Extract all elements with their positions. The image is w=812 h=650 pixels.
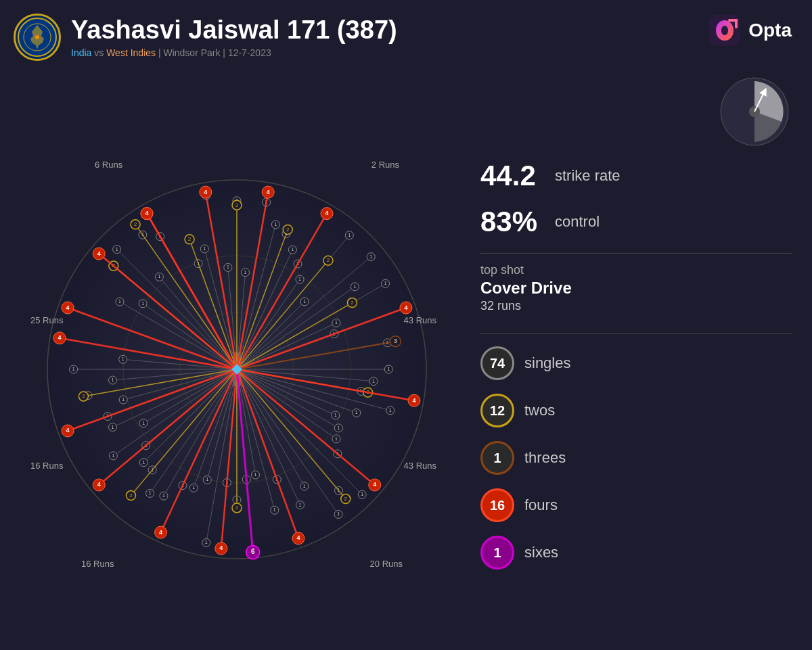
opta-icon — [708, 14, 742, 47]
header-text: Yashasvi Jaiswal 171 (387) India vs West… — [71, 16, 397, 58]
india-label: India — [71, 47, 91, 58]
control-label: control — [555, 213, 600, 231]
zone-43runs-right-bottom: 43 Runs — [404, 461, 436, 471]
sixes-label: sixes — [524, 544, 558, 561]
main-container: Yashasvi Jaiswal 171 (387) India vs West… — [0, 0, 812, 650]
twos-count: 12 — [490, 403, 505, 419]
sixes-badge: 1 — [480, 536, 514, 570]
zone-16runs-bottom: 16 Runs — [81, 559, 114, 569]
bcci-logo — [14, 14, 61, 61]
zone-2runs-top: 2 Runs — [371, 160, 399, 170]
threes-count: 1 — [493, 450, 501, 466]
wagon-canvas — [27, 119, 447, 593]
control-value: 83% — [480, 206, 555, 238]
player-title: Yashasvi Jaiswal 171 (387) — [71, 16, 397, 45]
fours-count: 16 — [490, 498, 505, 513]
fours-label: fours — [524, 496, 558, 514]
zone-16runs-left: 16 Runs — [30, 461, 63, 471]
stats-panel: 44.2 strike rate 83% control top shot Co… — [467, 68, 805, 643]
singles-badge: 74 — [480, 346, 514, 380]
threes-label: threes — [524, 449, 566, 467]
twos-row: 12 twos — [480, 394, 792, 427]
strike-rate-value: 44.2 — [480, 160, 555, 192]
zone-43runs-right: 43 Runs — [404, 315, 436, 325]
opta-label: Opta — [748, 20, 792, 41]
threes-badge: 1 — [480, 441, 514, 475]
fours-row: 16 fours — [480, 488, 792, 522]
compass-container — [480, 74, 792, 149]
control-row: 83% control — [480, 202, 792, 242]
zone-25runs: 25 Runs — [30, 315, 63, 325]
strike-rate-row: 44.2 strike rate — [480, 156, 792, 196]
divider-1 — [480, 253, 792, 254]
twos-badge: 12 — [480, 394, 514, 427]
divider-2 — [480, 333, 792, 334]
singles-row: 74 singles — [480, 346, 792, 380]
zone-6runs: 6 Runs — [95, 160, 122, 170]
venue-date: | Windsor Park | 12-7-2023 — [158, 47, 271, 58]
sixes-row: 1 sixes — [480, 536, 792, 570]
singles-label: singles — [524, 354, 570, 372]
content: 6 Runs 2 Runs 25 Runs 43 Runs 16 Runs 43… — [0, 68, 812, 650]
top-shot-section: top shot Cover Drive 32 runs — [480, 259, 792, 323]
threes-row: 1 threes — [480, 441, 792, 475]
strike-rate-label: strike rate — [555, 167, 621, 185]
sixes-count: 1 — [493, 545, 501, 561]
header: Yashasvi Jaiswal 171 (387) India vs West… — [0, 0, 812, 68]
svg-point-2 — [35, 35, 39, 39]
top-shot-name: Cover Drive — [480, 279, 572, 298]
opta-logo: Opta — [708, 14, 792, 47]
top-shot-intro: top shot — [480, 263, 524, 277]
match-info: India vs West Indies | Windsor Park | 12… — [71, 47, 397, 58]
header-left: Yashasvi Jaiswal 171 (387) India vs West… — [14, 14, 397, 61]
wi-label: West Indies — [106, 47, 156, 58]
wagon-wheel-container: 6 Runs 2 Runs 25 Runs 43 Runs 16 Runs 43… — [27, 119, 447, 593]
top-shot-runs: 32 runs — [480, 299, 521, 313]
fours-badge: 16 — [480, 488, 514, 522]
twos-label: twos — [524, 402, 555, 419]
compass-chart — [717, 74, 792, 149]
singles-count: 74 — [490, 356, 505, 371]
wagon-area: 6 Runs 2 Runs 25 Runs 43 Runs 16 Runs 43… — [7, 68, 467, 643]
zone-20runs: 20 Runs — [370, 559, 403, 569]
